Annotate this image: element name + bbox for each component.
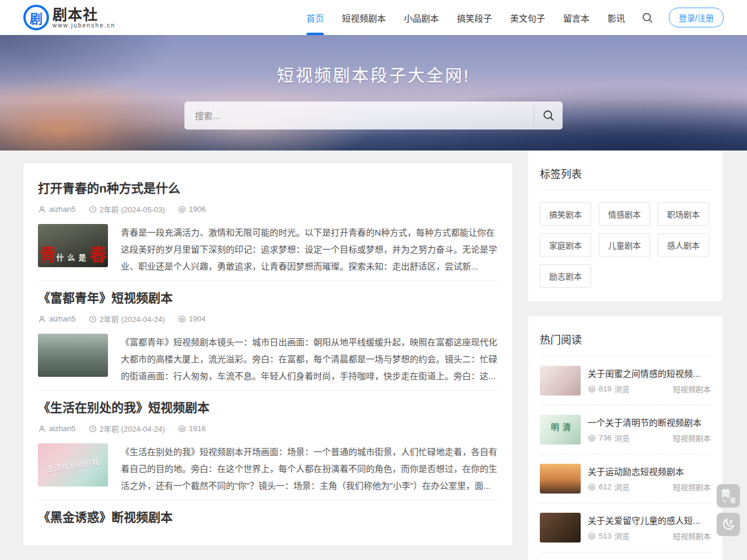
hot-item-info: 关于运动励志短视频剧本 612 浏览 短视频剧本 (588, 464, 711, 494)
hot-item-meta: 513 浏览 短视频剧本 (588, 530, 711, 541)
logo-badge-icon: 剧 (23, 5, 49, 30)
views-icon (178, 315, 186, 323)
article-title[interactable]: 《黑金诱惑》断视频剧本 (38, 508, 498, 525)
article-title[interactable]: 《生活在别处的我》短视频剧本 (38, 398, 498, 415)
sidebar: 标签列表 搞笑剧本 情感剧本 职场剧本 家庭剧本 儿童剧本 感人剧本 励志剧本 … (528, 150, 722, 560)
nav-item-movie-news[interactable]: 影讯 (608, 0, 625, 35)
article-title[interactable]: 《富都青年》短视频剧本 (38, 288, 498, 306)
nav-item-guestbook[interactable]: 留言本 (563, 0, 589, 35)
article-title[interactable]: 打开青春的n种方式是什么 (38, 178, 498, 196)
tag-emotion[interactable]: 情感剧本 (599, 202, 650, 226)
nav-item-short-video-scripts[interactable]: 短视频剧本 (342, 0, 386, 35)
article-item: 《黑金诱惑》断视频剧本 (38, 500, 498, 531)
site-url: www.jubenshe.cn (53, 22, 116, 29)
hot-item-title: 关于运动励志短视频剧本 (588, 465, 711, 477)
clock-icon (89, 315, 97, 323)
tag-list-card: 标签列表 搞笑剧本 情感剧本 职场剧本 家庭剧本 儿童剧本 感人剧本 励志剧本 (528, 150, 722, 302)
article-thumbnail[interactable]: 青 什么是 春 (38, 224, 108, 267)
article-meta: aizhan5 2年前 (2024-04-24) 1904 (38, 313, 498, 324)
article-author: aizhan5 (38, 424, 76, 433)
tag-funny[interactable]: 搞笑剧本 (540, 202, 591, 226)
hero-search-button[interactable] (533, 106, 563, 125)
hot-reading-card: 热门阅读 关于闺蜜之间情感的短视频... 819 浏览 短视频剧本 (528, 316, 722, 560)
article-body: 青 什么是 春 青春是一段充满活力、激情和无限可能的时光。以下是打开青春的N种方… (38, 224, 498, 275)
article-views: 1904 (178, 314, 206, 323)
logo-text: 剧本社 www.jubenshe.cn (53, 7, 116, 29)
tag-family[interactable]: 家庭剧本 (540, 233, 591, 257)
tag-list-title: 标签列表 (540, 162, 711, 191)
site-title: 剧本社 (53, 7, 116, 22)
views-icon (588, 434, 596, 442)
hot-item-category: 短视频剧本 (673, 383, 711, 394)
nav-item-beautiful-sentences[interactable]: 美文句子 (510, 0, 545, 35)
hot-list-item[interactable]: 关于夫妻之间感动的短视频... 493 浏览 短视频剧本 (540, 552, 711, 560)
nav-item-sketch-scripts[interactable]: 小品剧本 (404, 0, 439, 35)
article-date: 2年前 (2024-04-24) (89, 423, 165, 434)
nav-item-funny-jokes[interactable]: 搞笑段子 (457, 0, 492, 35)
thumb-overlay-text: 什么是 (56, 251, 89, 262)
hot-list-item[interactable]: 关于闺蜜之间情感的短视频... 819 浏览 短视频剧本 (540, 356, 711, 405)
tag-children[interactable]: 儿童剧本 (599, 233, 650, 257)
dark-mode-toggle-button[interactable] (717, 513, 740, 536)
user-icon (38, 315, 46, 323)
article-views: 1916 (178, 424, 206, 433)
tag-touching[interactable]: 感人剧本 (658, 233, 709, 257)
article-thumbnail[interactable] (38, 334, 108, 377)
login-register-button[interactable]: 登录/注册 (669, 8, 724, 27)
page-content: 打开青春的n种方式是什么 aizhan5 2年前 (2024-05-03) 19… (0, 163, 747, 560)
thumb-overlay-text: 清明 (549, 422, 572, 438)
hot-item-info: 关于闺蜜之间情感的短视频... 819 浏览 短视频剧本 (588, 366, 711, 396)
thumb-overlay-text: 春 (89, 240, 107, 266)
hot-item-info: 关于关爱留守儿童的感人短... 513 浏览 短视频剧本 (588, 513, 711, 542)
article-meta: aizhan5 2年前 (2024-04-24) 1916 (38, 423, 498, 434)
hot-item-views: 612 浏览 (588, 481, 630, 492)
article-item: 打开青春的n种方式是什么 aizhan5 2年前 (2024-05-03) 19… (38, 172, 498, 281)
hot-item-thumbnail (540, 513, 581, 542)
nav-item-home[interactable]: 首页 (306, 0, 324, 35)
simplified-traditional-icon: 简 ↘ 繁 (721, 489, 735, 503)
hot-item-category: 短视频剧本 (673, 481, 711, 492)
article-excerpt: 《生活在别处的我》短视频剧本开场画面：场景：一个普通的城市街景，人们忙碌地走着，… (121, 443, 498, 494)
top-navbar: 剧 剧本社 www.jubenshe.cn 首页 短视频剧本 小品剧本 搞笑段子… (0, 0, 747, 35)
views-icon (588, 483, 596, 491)
hot-list-item[interactable]: 关于运动励志短视频剧本 612 浏览 短视频剧本 (540, 454, 711, 503)
user-icon (38, 205, 46, 214)
hot-list-item[interactable]: 关于关爱留守儿童的感人短... 513 浏览 短视频剧本 (540, 503, 711, 552)
article-item: 《富都青年》短视频剧本 aizhan5 2年前 (2024-04-24) 190… (38, 281, 498, 390)
hot-item-meta: 736 浏览 短视频剧本 (588, 432, 711, 443)
views-icon (178, 205, 186, 214)
article-views: 1906 (178, 205, 206, 214)
hot-item-title: 关于关爱留守儿童的感人短... (588, 514, 711, 526)
hot-item-meta: 612 浏览 短视频剧本 (588, 481, 711, 492)
search-icon[interactable] (641, 12, 654, 24)
article-author: aizhan5 (38, 314, 76, 323)
hot-item-title: 关于闺蜜之间情感的短视频... (588, 367, 711, 379)
hot-item-views: 736 浏览 (588, 432, 630, 443)
hero-search-input[interactable] (184, 102, 533, 130)
views-icon (178, 425, 186, 433)
thumb-overlay-text: 青 (39, 240, 57, 266)
article-list-card: 打开青春的n种方式是什么 aizhan5 2年前 (2024-05-03) 19… (23, 163, 512, 545)
hero-title: 短视频剧本段子大全网! (277, 62, 470, 86)
hot-list-item[interactable]: 清明 一个关于清明节的断视频剧本 736 浏览 短视频剧本 (540, 405, 711, 454)
hot-item-category: 短视频剧本 (673, 432, 711, 443)
main-nav: 首页 短视频剧本 小品剧本 搞笑段子 美文句子 留言本 影讯 (306, 0, 625, 35)
hot-item-thumbnail (540, 366, 581, 396)
tag-inspirational[interactable]: 励志剧本 (540, 264, 591, 288)
hot-item-thumbnail: 清明 (540, 415, 581, 444)
article-thumbnail[interactable]: 生活在别处的我 (38, 443, 108, 487)
hot-item-title: 一个关于清明节的断视频剧本 (588, 416, 711, 428)
hot-reading-title: 热门阅读 (540, 328, 711, 356)
hot-item-meta: 819 浏览 短视频剧本 (588, 383, 711, 394)
article-author: aizhan5 (38, 205, 76, 214)
article-body: 生活在别处的我 《生活在别处的我》短视频剧本开场画面：场景：一个普通的城市街景，… (38, 443, 498, 494)
thumb-overlay-text: 生活在别处的我 (46, 456, 100, 474)
hot-item-category: 短视频剧本 (673, 530, 711, 541)
article-excerpt: 《富都青年》短视频剧本镜头一：城市日出画面：朝阳从地平线缓缓升起，映照在富都这座… (121, 334, 498, 384)
tag-workplace[interactable]: 职场剧本 (658, 202, 709, 226)
hero-search-bar (184, 102, 563, 130)
article-date: 2年前 (2024-05-03) (89, 204, 165, 215)
clock-icon (89, 205, 97, 214)
site-logo[interactable]: 剧 剧本社 www.jubenshe.cn (23, 5, 116, 30)
simplified-traditional-toggle-button[interactable]: 简 ↘ 繁 (717, 484, 740, 508)
